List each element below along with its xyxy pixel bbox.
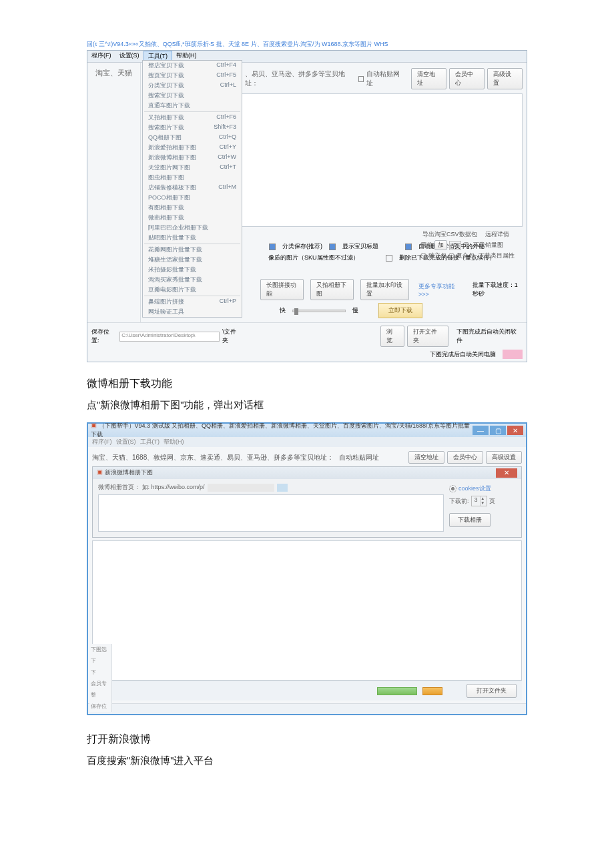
autodel-checkbox[interactable]: [405, 244, 412, 250]
youpai-button[interactable]: 又拍相册下图: [310, 279, 354, 300]
showtitle-label: 显示宝贝标题: [342, 242, 378, 251]
w2-clear-button[interactable]: 清空地址: [408, 451, 444, 464]
menu-item[interactable]: 搜索宝贝下载: [143, 91, 242, 101]
progress-orange: [422, 687, 442, 695]
menu-item[interactable]: 新浪爱拍相册下图Ctrl+Y: [143, 143, 242, 153]
caption-1: 微博相册下载功能: [87, 377, 527, 391]
menu-item[interactable]: 阿里巴巴企业相册下载: [143, 223, 242, 233]
member-center-button[interactable]: 会员中心: [449, 68, 485, 89]
caption-2: 点"新浪微博相册下图"功能，弹出对话框: [87, 399, 527, 412]
progress-green: [377, 687, 417, 695]
w2-main-textarea[interactable]: [92, 540, 522, 681]
start-download-button[interactable]: 立即下载: [378, 303, 422, 318]
strip-item: 下图选: [89, 644, 112, 655]
menu-item[interactable]: 有图相册下载: [143, 203, 242, 213]
pink-indicator: [503, 350, 523, 359]
app-window-1: 程序(F) 设置(S) 工具(T) 帮助(H) 整店宝贝下载Ctrl+F4搜页宝…: [87, 50, 527, 362]
w2-adv-button[interactable]: 高级设置: [486, 451, 522, 464]
w2-menu-program[interactable]: 程序(F): [92, 438, 112, 446]
caption-3: 打开新浪微博: [87, 733, 527, 747]
menu-item[interactable]: 搜页宝贝下载Ctrl+F5: [143, 71, 242, 81]
menu-item[interactable]: 分类宝贝下载Ctrl+L: [143, 81, 242, 91]
strip-item: 下: [89, 667, 112, 678]
close-button[interactable]: ✕: [507, 426, 523, 435]
catsave-checkbox[interactable]: [269, 244, 276, 250]
export-csv-label: 导出淘宝CSV数据包: [422, 230, 477, 239]
browse-button[interactable]: 浏览: [380, 326, 404, 347]
price-op-select[interactable]: 加: [434, 240, 447, 250]
addr-label: 、易贝、亚马逊、拼多多等宝贝地址：: [245, 69, 356, 88]
menu-item[interactable]: 淘淘买家秀批量下载: [143, 275, 242, 285]
weibo-dialog: ▣ 新浪微博相册下图 ✕ 微博相册首页： 如: https://weibo.co…: [92, 466, 522, 538]
left-title: 淘宝、天猫: [87, 63, 140, 83]
auto-paste-label: 自动粘贴网址: [366, 69, 405, 88]
catsave-label: 分类保存(推荐): [282, 242, 322, 251]
maximize-button[interactable]: ▢: [490, 426, 506, 435]
dl-before-label: 下载前:: [449, 497, 469, 506]
url-end: [277, 484, 288, 492]
menu-item[interactable]: 店铺装修模板下图Ctrl+M: [143, 183, 242, 193]
menu-item[interactable]: 天堂图片网下图Ctrl+T: [143, 163, 242, 173]
yuan-label: 元: [463, 241, 469, 250]
dialog-close-button[interactable]: ✕: [496, 468, 517, 478]
close-soft-label: 下图完成后自动关闭软件: [456, 328, 523, 345]
menu-item[interactable]: 堆糖生活家批量下载: [143, 255, 242, 265]
menu-item[interactable]: 新浪微博相册下图Ctrl+W: [143, 153, 242, 163]
speed-slider[interactable]: [292, 310, 346, 312]
price-value-input[interactable]: 0: [449, 241, 461, 250]
speed-label: 批量下载速度：1秒砂: [473, 281, 523, 298]
combined-radio[interactable]: [448, 253, 454, 259]
url-segment: [208, 484, 274, 492]
clear-url-button[interactable]: 清空地址: [411, 68, 446, 89]
menu-item[interactable]: 花瓣网图片批量下载: [143, 245, 242, 255]
w2-open-folder-button[interactable]: 打开文件夹: [467, 684, 517, 698]
title-line: 回(τ 三^≠)V94.3«»«又拍依、QQSffi,*班筋乐折·S 批、天堂 …: [87, 40, 527, 49]
download-album-button[interactable]: 下载相册: [449, 513, 491, 527]
dialog-textarea[interactable]: [98, 494, 444, 532]
w2-menu-tools[interactable]: 工具(T): [140, 438, 160, 446]
combined-label: 复合包: [456, 252, 475, 260]
app-window-2: ▣ （下图帮手）V94.3 测试版 又拍相册、QQ相册、新浪爱拍相册、新浪微博相…: [87, 422, 527, 715]
watermark-button[interactable]: 批量加水印设置: [360, 279, 409, 300]
menu-item[interactable]: 直通车图片下载: [143, 101, 242, 111]
stitch-button[interactable]: 长图拼接功能: [260, 279, 304, 300]
page-spinbox[interactable]: 3▲▼: [471, 496, 487, 506]
dl-sales-label: 下载销量图: [473, 241, 503, 250]
strip-item: 会员专: [89, 678, 112, 689]
w2-left-strip: 下图选下下会员专整保存位: [89, 644, 112, 712]
win2-title: ▣ （下图帮手）V94.3 测试版 又拍相册、QQ相册、新浪爱拍相册、新浪微博相…: [91, 422, 473, 439]
menu-item[interactable]: 微商相册下载: [143, 213, 242, 223]
menu-item[interactable]: 贴吧图片批量下载: [143, 233, 242, 243]
menu-item[interactable]: 图虫相册下图: [143, 173, 242, 183]
menu-item[interactable]: 米拍摄影批量下载: [143, 265, 242, 275]
save-path-input[interactable]: C:\User\Administrator\Desktop\: [119, 332, 220, 342]
w2-menu-help[interactable]: 帮助(H): [164, 438, 184, 446]
menu-item[interactable]: 鼻端图片拼接Ctrl+P: [143, 297, 242, 307]
welcome-status: 欢迎使用: [88, 703, 526, 714]
w2-menu-settings[interactable]: 设置(S): [116, 438, 136, 446]
dellink-checkbox[interactable]: [386, 255, 392, 262]
cookies-link[interactable]: cookies设置: [458, 484, 491, 493]
menu-item[interactable]: 豆瓣电影图片下载: [143, 285, 242, 295]
caption-4: 百度搜索"新浪微博"进入平台: [87, 755, 527, 767]
auto-paste-checkbox[interactable]: [358, 76, 364, 82]
advanced-settings-button[interactable]: 高级设置: [487, 68, 523, 89]
indep-radio[interactable]: [420, 253, 426, 259]
save-suffix: \文件夹: [222, 328, 242, 345]
menu-settings[interactable]: 设置(S): [115, 51, 143, 62]
open-folder-button[interactable]: 打开文件夹: [407, 326, 449, 347]
menu-item[interactable]: POCO相册下图: [143, 193, 242, 203]
dialog-url-label: 微博相册首页： 如: https://weibo.com/p/: [98, 483, 205, 492]
minimize-button[interactable]: —: [473, 426, 489, 435]
w2-member-button[interactable]: 会员中心: [447, 451, 483, 464]
menu-program[interactable]: 程序(F): [87, 51, 115, 62]
more-link[interactable]: 更多专享功能>>>: [418, 282, 459, 298]
remote-detail-label: 远程详情: [485, 230, 509, 239]
menu-item[interactable]: QQ相册下图Ctrl+Q: [143, 133, 242, 143]
menu-item[interactable]: 又拍相册下载Ctrl+F6: [143, 113, 242, 123]
menu-item[interactable]: 网址验证工具: [143, 307, 242, 317]
menu-item[interactable]: 整店宝贝下载Ctrl+F4: [143, 61, 242, 71]
showtitle-checkbox[interactable]: [329, 244, 336, 250]
quality-label: 像质的图片（SKU属性图不过滤）: [268, 254, 359, 262]
menu-item[interactable]: 搜索图片下载Shift+F3: [143, 123, 242, 133]
